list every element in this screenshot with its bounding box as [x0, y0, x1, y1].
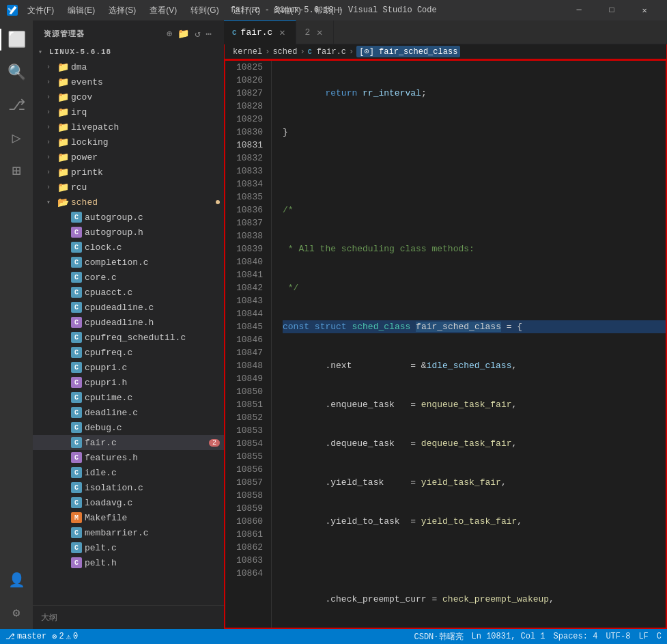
file-membarrier-c[interactable]: C membarrier.c — [33, 525, 224, 540]
tab-2[interactable]: 2 ✕ — [296, 20, 334, 44]
status-language[interactable]: C — [657, 632, 662, 641]
file-features-h[interactable]: C features.h — [33, 450, 224, 465]
status-spaces[interactable]: Spaces: 4 — [554, 632, 598, 641]
tab-close-button[interactable]: ✕ — [276, 27, 287, 38]
menu-select[interactable]: 选择(S) — [104, 3, 140, 18]
tab-2-close[interactable]: ✕ — [314, 27, 325, 38]
printk-arrow: › — [46, 169, 57, 176]
file-label: features.h — [85, 453, 224, 463]
sidebar-tree[interactable]: ▾ LINUX-5.6.18 › 📁 dma › 📁 events › 📁 gc… — [33, 44, 224, 605]
tree-folder-power[interactable]: › 📁 power — [33, 150, 224, 165]
sidebar-outline[interactable]: 大纲 — [33, 605, 224, 629]
menu-goto[interactable]: 转到(G) — [186, 3, 223, 18]
menu-view[interactable]: 查看(V) — [145, 3, 181, 18]
file-label: cpufreq.c — [85, 348, 224, 358]
code-line: */ — [283, 281, 666, 294]
file-label: isolation.c — [85, 483, 224, 493]
status-errors[interactable]: ⊗ 2 ⚠ 0 — [52, 632, 78, 642]
file-label: autogroup.h — [85, 227, 224, 238]
refresh-button[interactable]: ↺ — [193, 27, 201, 41]
collapse-button[interactable]: ⋯ — [205, 27, 213, 41]
file-cpudeadline-h[interactable]: C cpudeadline.h — [33, 315, 224, 330]
power-label: power — [71, 152, 224, 163]
menu-edit[interactable]: 编辑(E) — [63, 3, 99, 18]
file-label: cpufreq_schedutil.c — [85, 333, 224, 343]
locking-arrow: › — [46, 139, 57, 146]
tree-folder-locking[interactable]: › 📁 locking — [33, 135, 224, 150]
locking-label: locking — [71, 137, 224, 148]
tree-folder-events[interactable]: › 📁 events — [33, 74, 224, 89]
run-icon: ▷ — [12, 129, 20, 148]
bc-kernel[interactable]: kernel — [233, 47, 262, 57]
file-loadavg-c[interactable]: C loadavg.c — [33, 495, 224, 510]
activity-source-control[interactable]: ⎇ — [0, 89, 33, 122]
close-button[interactable]: ✕ — [629, 0, 660, 20]
status-line-col[interactable]: Ln 10831, Col 1 — [472, 632, 545, 641]
tab-2-label: 2 — [304, 27, 310, 38]
file-deadline-c[interactable]: C deadline.c — [33, 405, 224, 420]
code-editor[interactable]: 10825 10826 10827 10828 10829 10830 1083… — [224, 59, 667, 629]
tree-folder-dma[interactable]: › 📁 dma — [33, 59, 224, 74]
tree-folder-gcov[interactable]: › 📁 gcov — [33, 89, 224, 104]
tree-folder-livepatch[interactable]: › 📁 livepatch — [33, 120, 224, 135]
maximize-button[interactable]: □ — [596, 0, 627, 20]
file-pelt-h[interactable]: C pelt.h — [33, 555, 224, 570]
line-num: 10828 — [236, 100, 263, 113]
line-num: 10852 — [236, 411, 263, 424]
file-cputime-c[interactable]: C cputime.c — [33, 390, 224, 405]
file-label: fair.c — [85, 438, 209, 448]
file-clock-c[interactable]: C clock.c — [33, 240, 224, 255]
menu-file[interactable]: 文件(F) — [23, 3, 58, 18]
file-core-c[interactable]: C core.c — [33, 270, 224, 285]
code-content[interactable]: return rr_interval; } /* * All the sched… — [272, 61, 666, 628]
file-fair-c[interactable]: C fair.c 2 — [33, 435, 224, 450]
file-label: cpupri.h — [85, 378, 224, 388]
line-num: 10849 — [236, 372, 263, 385]
line-num: 10856 — [236, 463, 263, 476]
tree-folder-printk[interactable]: › 📁 printk — [33, 165, 224, 180]
activity-explorer[interactable]: ⬜ — [0, 23, 33, 56]
c-file-icon: C — [71, 272, 82, 283]
status-encoding[interactable]: UTF-8 — [606, 632, 630, 641]
file-cpufreq-schedutil-c[interactable]: C cpufreq_schedutil.c — [33, 330, 224, 345]
file-cpupri-c[interactable]: C cpupri.c — [33, 360, 224, 375]
file-badge: 2 — [209, 439, 220, 447]
tree-folder-sched[interactable]: ▾ 📂 sched — [33, 195, 224, 210]
bc-file[interactable]: C fair.c — [308, 47, 346, 57]
file-cpuacct-c[interactable]: C cpuacct.c — [33, 285, 224, 300]
activity-extensions[interactable]: ⊞ — [0, 154, 33, 187]
root-arrow: ▾ — [38, 48, 49, 56]
tree-folder-irq[interactable]: › 📁 irq — [33, 104, 224, 120]
file-idle-c[interactable]: C idle.c — [33, 465, 224, 480]
activity-search[interactable]: 🔍 — [0, 56, 33, 89]
file-makefile[interactable]: M Makefile — [33, 510, 224, 525]
activity-account[interactable]: 👤 — [0, 563, 33, 596]
file-cpudeadline-c[interactable]: C cpudeadline.c — [33, 300, 224, 315]
file-autogroup-c[interactable]: C autogroup.c — [33, 210, 224, 225]
file-pelt-c[interactable]: C pelt.c — [33, 540, 224, 555]
tree-root-item[interactable]: ▾ LINUX-5.6.18 — [33, 44, 224, 59]
tree-folder-rcu[interactable]: › 📁 rcu — [33, 180, 224, 195]
file-autogroup-h[interactable]: C autogroup.h — [33, 225, 224, 240]
sched-arrow: ▾ — [46, 198, 57, 206]
bc-sched[interactable]: sched — [272, 47, 297, 57]
status-branch[interactable]: ⎇ master — [5, 632, 46, 642]
activity-run[interactable]: ▷ — [0, 122, 33, 154]
line-num: 10859 — [236, 502, 263, 515]
rcu-label: rcu — [71, 182, 224, 193]
file-cpupri-h[interactable]: C cpupri.h — [33, 375, 224, 390]
new-folder-button[interactable]: 📁 — [176, 27, 190, 41]
line-num: 10846 — [236, 333, 263, 346]
bc-symbol[interactable]: [⊙] fair_sched_class — [356, 46, 460, 57]
tab-fair-c[interactable]: C fair.c ✕ — [224, 20, 296, 44]
file-cpufreq-c[interactable]: C cpufreq.c — [33, 345, 224, 360]
activity-settings[interactable]: ⚙ — [0, 596, 33, 629]
file-debug-c[interactable]: C debug.c — [33, 420, 224, 435]
h-file-icon: C — [71, 317, 82, 328]
activity-bar: ⬜ 🔍 ⎇ ▷ ⊞ 👤 ⚙ — [0, 20, 33, 629]
file-completion-c[interactable]: C completion.c — [33, 255, 224, 270]
status-eol[interactable]: LF — [638, 632, 648, 641]
file-isolation-c[interactable]: C isolation.c — [33, 480, 224, 495]
new-file-button[interactable]: ⊕ — [165, 27, 173, 41]
minimize-button[interactable]: ─ — [563, 0, 595, 20]
